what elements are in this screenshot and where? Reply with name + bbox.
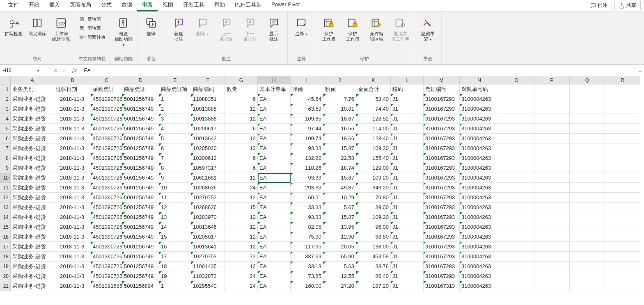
ribbon-show-button[interactable]: 显示批注 xyxy=(263,15,285,43)
select-all-corner[interactable] xyxy=(0,76,11,84)
cell[interactable]: 33.33 xyxy=(291,203,323,212)
cell[interactable] xyxy=(499,173,534,183)
cell[interactable]: J1 xyxy=(391,232,424,242)
col-header-P[interactable]: P xyxy=(534,76,570,84)
cell[interactable]: 20.05 xyxy=(323,242,356,252)
cell[interactable]: 12 xyxy=(225,242,258,252)
cell[interactable]: 15.87 xyxy=(323,173,356,183)
cell[interactable]: 2018-11-3 xyxy=(54,222,91,232)
cell[interactable]: 16.56 xyxy=(323,124,356,134)
cell[interactable]: J1 xyxy=(391,94,424,104)
cell[interactable] xyxy=(534,232,570,242)
cell[interactable]: 4 xyxy=(159,124,191,134)
cell[interactable] xyxy=(570,153,605,163)
cell[interactable]: J1 xyxy=(391,173,424,183)
cell[interactable]: 74.40 xyxy=(356,104,391,114)
cell[interactable]: 93.33 xyxy=(291,212,323,222)
cell[interactable]: 88.80 xyxy=(356,232,391,242)
cell[interactable] xyxy=(534,143,570,153)
cell[interactable] xyxy=(570,252,605,262)
cell[interactable]: 93.33 xyxy=(291,173,323,183)
row-header-16[interactable]: 16 xyxy=(0,232,11,242)
ribbon-note-button[interactable]: 注释 ▾ xyxy=(290,15,312,38)
cell[interactable]: 采购业务-进货 xyxy=(11,203,54,212)
cell[interactable] xyxy=(534,94,570,104)
cell[interactable]: EA xyxy=(258,262,291,271)
cell[interactable] xyxy=(605,232,640,242)
cell[interactable]: 10013642 xyxy=(191,134,225,143)
cell[interactable] xyxy=(570,193,605,203)
cell[interactable] xyxy=(499,222,534,232)
cell[interactable] xyxy=(534,271,570,281)
cell[interactable] xyxy=(534,104,570,114)
row-header-18[interactable]: 18 xyxy=(0,252,11,262)
cell[interactable]: 70.80 xyxy=(356,193,391,203)
header-cell[interactable]: 税额 xyxy=(323,84,356,94)
cell[interactable]: 49.87 xyxy=(323,183,356,193)
cell[interactable]: 11 xyxy=(159,193,191,203)
menu-item-插入[interactable]: 插入 xyxy=(44,0,65,11)
cell[interactable] xyxy=(499,232,534,242)
cell[interactable]: 2 xyxy=(159,104,191,114)
cell[interactable] xyxy=(605,183,640,193)
cell[interactable]: 38.76 xyxy=(356,262,391,271)
cell[interactable]: 129.00 xyxy=(356,163,391,173)
col-header-H[interactable]: H xyxy=(258,76,291,84)
cell[interactable]: 采购业务-进货 xyxy=(11,281,54,291)
cell[interactable]: 12 xyxy=(225,134,258,143)
cell[interactable]: 5001256749 xyxy=(122,153,159,163)
cell[interactable]: J1 xyxy=(391,143,424,153)
cell[interactable]: EA xyxy=(258,94,291,104)
header-cell[interactable]: 商品编码 xyxy=(191,84,225,94)
cell[interactable] xyxy=(499,203,534,212)
cell[interactable] xyxy=(605,193,640,203)
cell[interactable]: 86.40 xyxy=(356,271,391,281)
cell[interactable]: 采购业务-进货 xyxy=(11,94,54,104)
cell[interactable]: 7.76 xyxy=(323,94,356,104)
cell[interactable] xyxy=(570,281,605,291)
cell[interactable]: 3100167293 xyxy=(424,94,460,104)
header-cell[interactable]: 金额合计 xyxy=(356,84,391,94)
cell[interactable]: 110.26 xyxy=(291,163,323,173)
col-header-M[interactable]: M xyxy=(424,76,460,84)
cell[interactable]: 3100167293 xyxy=(424,193,460,203)
cell[interactable]: J1 xyxy=(391,242,424,252)
col-header-C[interactable]: C xyxy=(91,76,122,84)
cell[interactable] xyxy=(499,94,534,104)
cell[interactable] xyxy=(499,143,534,153)
cell[interactable] xyxy=(570,222,605,232)
cell[interactable] xyxy=(570,183,605,193)
cell[interactable]: 2018-11-3 xyxy=(54,143,91,153)
cancel-icon[interactable]: ✕ xyxy=(53,68,57,73)
cell[interactable]: 5001256749 xyxy=(122,262,159,271)
cell[interactable]: 1 xyxy=(159,281,191,291)
cell[interactable]: 5001256894 xyxy=(122,281,159,291)
cell[interactable]: 5001256749 xyxy=(122,143,159,153)
cell[interactable]: 3100004263 xyxy=(460,143,499,153)
cell[interactable]: 10268626 xyxy=(191,203,225,212)
col-header-A[interactable]: A xyxy=(11,76,54,84)
col-header-Q[interactable]: Q xyxy=(570,76,605,84)
name-box-input[interactable] xyxy=(2,68,35,73)
cell[interactable]: J1 xyxy=(391,203,424,212)
cell[interactable]: 12 xyxy=(225,262,258,271)
ribbon-translate-button[interactable]: あ翻译 xyxy=(140,15,162,38)
cell[interactable]: 128.40 xyxy=(356,134,391,143)
cell[interactable] xyxy=(570,143,605,153)
cell[interactable]: 采购业务-进货 xyxy=(11,134,54,143)
cell[interactable] xyxy=(570,203,605,212)
cell[interactable] xyxy=(570,94,605,104)
col-header-B[interactable]: B xyxy=(54,76,91,84)
cell[interactable]: 15.87 xyxy=(323,212,356,222)
cell[interactable] xyxy=(570,104,605,114)
menu-item-PDF工具集[interactable]: PDF工具集 xyxy=(230,0,266,11)
col-header-N[interactable]: N xyxy=(460,76,499,84)
ribbon-newcomment-button[interactable]: 新建批注 xyxy=(167,15,190,43)
cell[interactable]: 18.66 xyxy=(323,134,356,143)
cell[interactable]: 4501390726 xyxy=(91,183,122,193)
cell[interactable]: 3100004263 xyxy=(460,94,499,104)
cell[interactable]: 10270753 xyxy=(191,252,225,262)
cell[interactable]: 15 xyxy=(159,232,191,242)
cell[interactable]: 3100167293 xyxy=(424,212,460,222)
cell[interactable]: 138.00 xyxy=(356,242,391,252)
